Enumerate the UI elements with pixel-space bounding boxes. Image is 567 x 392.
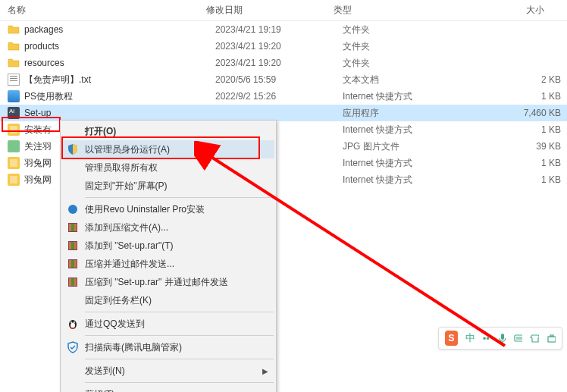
file-date: 2023/4/21 19:20 [215, 41, 343, 52]
context-menu: 打开(O)以管理员身份运行(A)管理员取得所有权固定到"开始"屏幕(P)使用Re… [60, 120, 277, 392]
svg-point-17 [71, 328, 75, 329]
file-type: 文本文档 [343, 74, 493, 86]
menu-item-label: 以管理员身份运行(A) [85, 143, 170, 156]
keyboard-icon[interactable] [514, 333, 523, 343]
menu-separator [85, 312, 274, 312]
html-file-icon [8, 90, 20, 102]
menu-separator [85, 197, 274, 198]
svg-rect-24 [548, 337, 556, 342]
file-name: packages [24, 24, 215, 35]
menu-separator [85, 359, 274, 359]
file-type: Internet 快捷方式 [343, 124, 493, 136]
svg-point-15 [70, 321, 72, 323]
column-header-row: 名称 修改日期 类型 大小 [0, 0, 567, 21]
file-size: 1 KB [493, 124, 561, 135]
ime-lang[interactable]: 中 [465, 331, 475, 345]
file-date: 2020/5/6 15:59 [215, 74, 343, 85]
col-date[interactable]: 修改日期 [206, 4, 334, 17]
col-type[interactable]: 类型 [334, 4, 484, 17]
shortcut-icon [8, 157, 20, 169]
menu-item[interactable]: 固定到"开始"屏幕(P) [62, 177, 274, 195]
file-name: 【免责声明】.txt [24, 74, 215, 86]
file-date: 2023/4/21 19:20 [215, 58, 343, 68]
col-size[interactable]: 大小 [484, 4, 559, 17]
menu-item[interactable]: 打开(O) [62, 122, 274, 140]
menu-item-label: 扫描病毒(腾讯电脑管家) [85, 341, 182, 354]
file-row[interactable]: resources2023/4/21 19:20文件夹 [0, 55, 567, 71]
exe-file-icon [8, 107, 20, 119]
menu-item[interactable]: 发送到(N)▶ [62, 362, 274, 380]
skin-icon[interactable] [530, 333, 539, 343]
svg-rect-21 [515, 335, 523, 341]
file-row[interactable]: Set-up应用程序7,460 KB [0, 105, 567, 121]
microphone-icon[interactable] [497, 333, 506, 343]
menu-item-label: 发送到(N) [85, 365, 125, 378]
svg-rect-25 [550, 335, 553, 337]
svg-point-0 [68, 205, 77, 214]
file-size: 39 KB [493, 141, 561, 152]
file-name: products [24, 41, 215, 52]
menu-item[interactable]: 压缩并通过邮件发送... [62, 255, 274, 273]
file-date: 2022/9/2 15:26 [215, 91, 343, 102]
file-row[interactable]: packages2023/4/21 19:19文件夹 [0, 21, 567, 38]
file-row[interactable]: products2023/4/21 19:20文件夹 [0, 38, 567, 55]
menu-item[interactable]: 添加到 "Set-up.rar"(T) [62, 237, 274, 255]
svg-rect-20 [501, 334, 504, 340]
file-type: Internet 快捷方式 [343, 90, 493, 103]
toolbox-icon[interactable] [547, 333, 556, 343]
menu-item[interactable]: 扫描病毒(腾讯电脑管家) [62, 338, 274, 356]
svg-rect-12 [71, 278, 74, 286]
rar-icon [67, 240, 79, 252]
svg-point-16 [74, 321, 75, 323]
file-name: resources [24, 58, 215, 68]
file-row[interactable]: 【免责声明】.txt2020/5/6 15:59文本文档2 KB [0, 71, 567, 88]
file-size: 2 KB [493, 74, 561, 85]
file-type: 文件夹 [343, 57, 493, 70]
tencent-shield-icon [67, 341, 79, 353]
sogou-logo-icon[interactable]: S [445, 331, 458, 346]
menu-item-label: 剪切(T) [85, 388, 114, 393]
file-name: Set-up [24, 108, 215, 118]
menu-item-label: 打开(O) [85, 125, 116, 138]
menu-item[interactable]: 剪切(T) [62, 385, 274, 392]
shortcut-icon [8, 174, 20, 186]
rar-icon [67, 276, 79, 288]
file-type: JPG 图片文件 [343, 140, 493, 153]
menu-item[interactable]: 以管理员身份运行(A) [62, 140, 274, 158]
ime-toolbar[interactable]: S 中 •• [438, 327, 562, 350]
menu-item[interactable]: 通过QQ发送到 [62, 315, 274, 333]
menu-item-label: 通过QQ发送到 [85, 318, 145, 331]
svg-point-14 [70, 323, 75, 328]
menu-item[interactable]: 添加到压缩文件(A)... [62, 218, 274, 237]
file-row[interactable]: PS使用教程2022/9/2 15:26Internet 快捷方式1 KB [0, 88, 567, 105]
menu-item[interactable]: 使用Revo Uninstaller Pro安装 [62, 200, 274, 218]
col-name[interactable]: 名称 [8, 4, 206, 17]
menu-item-label: 添加到压缩文件(A)... [85, 221, 168, 234]
folder-icon [8, 40, 20, 52]
menu-item-label: 固定到"开始"屏幕(P) [85, 180, 168, 193]
file-size: 7,460 KB [493, 108, 561, 118]
menu-item[interactable]: 固定到任务栏(K) [62, 291, 274, 309]
menu-item[interactable]: 管理员取得所有权 [62, 158, 274, 177]
rar-icon [67, 221, 79, 234]
file-type: 文件夹 [343, 40, 493, 53]
shield-icon [67, 143, 79, 155]
menu-item-label: 管理员取得所有权 [85, 162, 158, 174]
submenu-arrow-icon: ▶ [262, 367, 268, 375]
svg-rect-6 [71, 242, 74, 249]
txt-file-icon [8, 74, 20, 86]
qq-icon [67, 318, 79, 330]
file-type: 文件夹 [343, 24, 493, 36]
menu-item-label: 压缩并通过邮件发送... [85, 258, 174, 271]
menu-item-label: 使用Revo Uninstaller Pro安装 [85, 203, 205, 216]
svg-rect-3 [71, 224, 74, 231]
menu-item-label: 添加到 "Set-up.rar"(T) [85, 240, 174, 252]
ime-punct-icon[interactable]: •• [483, 333, 490, 344]
file-type: 应用程序 [343, 107, 493, 120]
file-date: 2023/4/21 19:19 [215, 24, 343, 35]
menu-item[interactable]: 压缩到 "Set-up.rar" 并通过邮件发送 [62, 273, 274, 291]
svg-rect-9 [71, 260, 74, 268]
folder-icon [8, 57, 20, 69]
menu-item-label: 压缩到 "Set-up.rar" 并通过邮件发送 [85, 276, 228, 289]
file-type: Internet 快捷方式 [343, 174, 493, 187]
